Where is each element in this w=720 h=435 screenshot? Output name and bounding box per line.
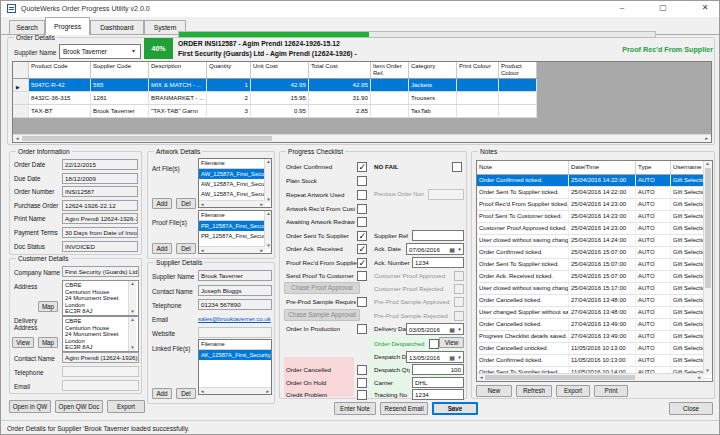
- chevron-down-icon[interactable]: ▾: [456, 354, 463, 360]
- col-description[interactable]: Description: [149, 62, 207, 78]
- minimize-icon[interactable]: –: [607, 1, 637, 16]
- table-row[interactable]: Proof Rec'd From Supplier ticked. 25/04/…: [477, 199, 712, 211]
- col-unit-cost[interactable]: Unit Cost: [251, 62, 309, 78]
- address-scrollbar[interactable]: ▲ ▼: [128, 281, 136, 315]
- linked-files-list[interactable]: Filename AK_12587A_First_Security_(Guar …: [198, 339, 272, 395]
- plain-stock-checkbox[interactable]: [357, 176, 367, 186]
- notes-export-button[interactable]: Export: [556, 385, 590, 397]
- table-row[interactable]: Order Confirmed ticked. 25/04/2016 14:22…: [477, 175, 712, 187]
- field-value[interactable]: INVOICED: [62, 241, 138, 252]
- open-qw-doc-button[interactable]: Open QW Doc: [55, 400, 103, 413]
- delivery-address-scrollbar[interactable]: ▲ ▼: [128, 317, 136, 351]
- col-product-colour[interactable]: Product Colour: [499, 62, 537, 78]
- linked-files-hscrollbar[interactable]: ◄ ►: [199, 387, 271, 394]
- field-value[interactable]: 30 Days from Date of Invoice: [62, 227, 138, 238]
- contact-name-field[interactable]: Agim Prendi (12624-1926): [62, 352, 139, 363]
- proof-del-button[interactable]: Del: [176, 243, 196, 254]
- list-item[interactable]: AW_12587A_First_Security_(: [199, 189, 271, 199]
- chevron-down-icon[interactable]: ▾: [127, 45, 140, 58]
- scroll-up-icon[interactable]: ▲: [265, 211, 272, 217]
- field-value[interactable]: 18/12/2009: [62, 173, 138, 184]
- ack-number-field[interactable]: 1234: [412, 257, 464, 268]
- ack-date-picker[interactable]: 07/06/2016 ▦ ▾: [406, 243, 464, 255]
- scroll-down-icon[interactable]: ▼: [129, 309, 136, 315]
- scroll-left-icon[interactable]: ◄: [479, 374, 483, 381]
- scrollbar-thumb[interactable]: [22, 136, 272, 141]
- order-cancelled-checkbox[interactable]: [357, 365, 367, 375]
- open-in-qw-button[interactable]: Open in QW: [9, 400, 51, 413]
- art-files-hscrollbar[interactable]: ◄ ►: [199, 200, 265, 207]
- address-map-button[interactable]: Map: [38, 301, 58, 312]
- col-datetime[interactable]: Date/Time: [569, 161, 636, 174]
- col-quantity[interactable]: Quantity: [207, 62, 251, 78]
- despatch-view-button[interactable]: View: [439, 337, 464, 348]
- despatch-date-picker[interactable]: 13/05/2016 ▦ ▾: [406, 351, 464, 363]
- linked-del-button[interactable]: Del: [176, 388, 196, 399]
- col-print-colour[interactable]: Print Colour: [457, 62, 499, 78]
- list-item[interactable]: AK_12587A_First_Security_(Guar: [199, 350, 271, 360]
- table-row[interactable]: Order Ack. Received ticked. 25/04/2016 1…: [477, 271, 712, 283]
- scroll-up-icon[interactable]: ▲: [129, 317, 136, 323]
- col-item-order-ref[interactable]: Item Order Ref.: [371, 62, 409, 78]
- proof-files-list[interactable]: Filename PR_12587A_First_Security_(GPR_1…: [198, 210, 272, 254]
- supplier-contact-field[interactable]: Joseph Bloggs: [198, 285, 272, 296]
- enter-note-button[interactable]: Enter Note: [334, 402, 376, 415]
- table-row[interactable]: Order Cancelled unticked. 11/05/2016 10:…: [477, 343, 712, 355]
- chevron-down-icon[interactable]: ▾: [456, 326, 463, 332]
- table-row[interactable]: User closed without saving changes. 25/0…: [477, 235, 712, 247]
- scroll-up-icon[interactable]: ▲: [704, 161, 711, 167]
- art-add-button[interactable]: Add: [152, 198, 172, 209]
- scroll-right-icon[interactable]: ►: [705, 135, 709, 142]
- supplier-email-link[interactable]: sales@brooktaverner.co.uk: [198, 315, 272, 324]
- close-icon[interactable]: ✕: [690, 1, 720, 16]
- awaiting-redraw-checkbox[interactable]: [357, 217, 367, 227]
- carrier-field[interactable]: DHL: [412, 377, 464, 388]
- customer-proof-approved-checkbox[interactable]: [454, 271, 464, 281]
- col-product-code[interactable]: Product Code: [29, 62, 91, 78]
- scroll-up-icon[interactable]: ▲: [265, 159, 272, 165]
- list-item[interactable]: PR_12587A_First_Security_(G: [199, 221, 271, 231]
- chase-sample-approval-button[interactable]: Chase Sample Approval: [284, 309, 360, 321]
- pre-prod-required-checkbox[interactable]: [357, 297, 367, 307]
- col-total-cost[interactable]: Total Cost: [309, 62, 371, 78]
- order-on-hold-checkbox[interactable]: [357, 378, 367, 388]
- col-supplier-code[interactable]: Supplier Code: [91, 62, 149, 78]
- table-row[interactable]: Order Cancelled ticked. 27/04/2016 13:49…: [477, 319, 712, 331]
- delivery-date-picker[interactable]: 03/05/2016 ▦ ▾: [406, 323, 464, 335]
- table-row[interactable]: Order Cancelled ticked. 27/04/2016 13:48…: [477, 295, 712, 307]
- col-category[interactable]: Category: [409, 62, 457, 78]
- notes-print-button[interactable]: Print: [594, 385, 628, 397]
- notes-vscrollbar[interactable]: ▲ ▼: [703, 161, 712, 374]
- row-selector-cell[interactable]: [13, 92, 29, 104]
- table-row[interactable]: Order Confirmed ticked. 11/05/2016 10:13…: [477, 355, 712, 367]
- table-row[interactable]: Order Sent To Supplier ticked. 25/04/201…: [477, 187, 712, 199]
- export-doc-button[interactable]: Export: [107, 400, 145, 413]
- pre-prod-rejected-checkbox[interactable]: [454, 311, 464, 321]
- art-del-button[interactable]: Del: [176, 198, 196, 209]
- previous-order-number-field[interactable]: [428, 189, 464, 200]
- resend-email-button[interactable]: Resend Email: [380, 402, 428, 415]
- table-row[interactable]: User closed without saving changes. 25/0…: [477, 283, 712, 295]
- row-selector-cell[interactable]: [13, 105, 29, 117]
- customer-proof-rejected-checkbox[interactable]: [454, 284, 464, 294]
- delivery-map-button[interactable]: Map: [38, 337, 58, 348]
- table-row[interactable]: Proof Sent To Customer ticked. 25/04/201…: [477, 211, 712, 223]
- table-row[interactable]: 8432C-36-315 1281 BRANMARKET - ... 2 15.…: [13, 92, 537, 105]
- list-item[interactable]: AW_12587A_First_Security_(: [199, 179, 271, 189]
- scroll-down-icon[interactable]: ▼: [265, 243, 272, 249]
- pre-prod-approved-checkbox[interactable]: [454, 297, 464, 307]
- proof-add-button[interactable]: Add: [152, 243, 172, 254]
- proof-files-hscrollbar[interactable]: ◄ ►: [199, 246, 265, 253]
- art-files-vscrollbar[interactable]: ▲ ▼: [264, 159, 271, 203]
- artwork-recd-checkbox[interactable]: [357, 204, 367, 214]
- scroll-left-icon[interactable]: ◄: [200, 247, 204, 254]
- list-item[interactable]: AW_12587A_First_Security_(: [199, 169, 271, 179]
- supplier-website-field[interactable]: [198, 327, 272, 338]
- tab-dashboard[interactable]: Dashboard: [90, 20, 144, 35]
- scroll-right-icon[interactable]: ►: [266, 388, 270, 395]
- maximize-icon[interactable]: ▢: [648, 1, 678, 16]
- line-items-grid[interactable]: Product Code Supplier Code Description Q…: [13, 62, 537, 118]
- scrollbar-thumb[interactable]: [485, 375, 635, 380]
- delivery-view-button[interactable]: View: [12, 337, 34, 348]
- email-field[interactable]: [62, 380, 139, 391]
